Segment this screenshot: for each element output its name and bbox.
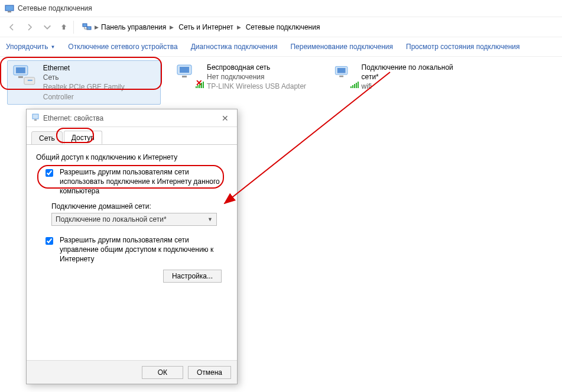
local-icon [333,63,356,86]
svg-rect-5 [16,67,25,73]
tab-access[interactable]: Доступ [64,131,102,144]
svg-rect-6 [18,76,23,78]
dialog-app-icon [31,113,40,123]
organize-label: Упорядочить [6,43,48,51]
svg-rect-13 [339,76,343,77]
combo-value: Подключение по локальной сети* [56,215,167,223]
chevron-right-icon: ▶ [95,24,99,30]
breadcrumb-network-internet[interactable]: Сеть и Интернет▶ [176,21,243,33]
connection-device: TP-LINK Wireless USB Adapter [207,82,306,91]
connection-status: wifi [362,82,456,91]
signal-bars-icon [196,81,204,88]
connection-status: Нет подключения [207,72,306,82]
svg-rect-9 [180,67,189,73]
svg-rect-0 [5,5,14,11]
address-bar[interactable]: ▶ Панель управления▶ Сеть и Интернет▶ Се… [79,20,410,35]
svg-rect-10 [182,76,187,77]
dialog-tabs: Сеть Доступ [27,129,237,145]
cancel-button[interactable]: Отмена [188,366,231,379]
ok-button[interactable]: ОК [142,366,183,379]
signal-bars-icon [350,81,359,88]
connection-local[interactable]: Подключение по локальной сети* wifi [330,60,460,94]
tab-network[interactable]: Сеть [31,131,63,145]
dialog-footer: ОК Отмена [27,360,237,384]
navbar: ▶ Панель управления▶ Сеть и Интернет▶ Се… [0,17,562,37]
connection-wireless[interactable]: ✕ Беспроводная сеть Нет подключения TP-L… [171,60,319,94]
home-network-combo[interactable]: Подключение по локальной сети* ▼ [51,213,217,226]
dialog-body: Общий доступ к подключению к Интернету Р… [27,145,237,287]
breadcrumb-label: Сеть и Интернет [178,23,233,31]
breadcrumb-network-connections[interactable]: Сетевые подключения [243,21,323,33]
connection-ethernet[interactable]: Ethernet Сеть Realtek PCIe GBE Family Co… [7,60,161,105]
connection-text: Беспроводная сеть Нет подключения TP-LIN… [207,63,306,92]
breadcrumb-control-panel[interactable]: Панель управления▶ [99,21,176,33]
dialog-titlebar: Ethernet: свойства ✕ [27,109,237,127]
svg-rect-1 [8,11,11,12]
dialog-title: Ethernet: свойства [43,114,103,122]
home-network-label: Подключение домашней сети: [51,202,228,210]
connection-name: Подключение по локальной сети* [362,63,456,82]
content-area: Ethernet Сеть Realtek PCIe GBE Family Co… [0,57,562,108]
group-title-ics: Общий доступ к подключению к Интернету [36,153,228,161]
chevron-right-icon: ▶ [170,24,174,30]
checkbox-allow-control-input[interactable] [46,237,53,245]
svg-rect-14 [33,114,38,119]
checkbox-allow-control[interactable]: Разрешить другим пользователям сети упра… [43,235,220,264]
connections-row: Ethernet Сеть Realtek PCIe GBE Family Co… [7,60,555,105]
up-button[interactable] [57,19,71,35]
close-button[interactable]: ✕ [218,112,232,124]
wireless-icon: ✕ [175,63,201,86]
app-icon [5,4,14,13]
ethernet-icon [11,63,37,87]
organize-menu[interactable]: Упорядочить ▼ [6,43,55,51]
chevron-down-icon: ▼ [207,216,213,222]
titlebar: Сетевые подключения [0,0,562,17]
breadcrumb-label: Панель управления [101,23,166,31]
window-title: Сетевые подключения [18,4,92,12]
chevron-right-icon: ▶ [237,24,241,30]
breadcrumb-label: Сетевые подключения [246,23,320,31]
checkbox-allow-control-label: Разрешить другим пользователям сети упра… [60,235,220,264]
checkbox-allow-sharing-label: Разрешить другим пользователям сети испо… [60,167,220,196]
rename-link[interactable]: Переименование подключения [290,43,393,51]
checkbox-allow-sharing-input[interactable] [46,169,53,177]
command-bar: Упорядочить ▼ Отключение сетевого устрой… [0,37,562,57]
separator [73,21,74,34]
chevron-down-icon: ▼ [50,44,55,50]
svg-rect-2 [83,24,87,27]
connection-name: Ethernet [43,63,157,73]
connection-text: Подключение по локальной сети* wifi [362,63,456,92]
view-status-link[interactable]: Просмотр состояния подключения [406,43,519,51]
forward-button[interactable] [21,19,38,35]
connection-name: Беспроводная сеть [207,63,306,72]
recent-locations-button[interactable] [39,19,56,35]
network-icon [82,22,92,33]
connection-status: Сеть [43,73,157,82]
back-button[interactable] [4,19,20,35]
checkbox-allow-sharing[interactable]: Разрешить другим пользователям сети испо… [43,167,220,196]
svg-rect-15 [34,119,37,121]
diagnose-link[interactable]: Диагностика подключения [191,43,278,51]
connection-text: Ethernet Сеть Realtek PCIe GBE Family Co… [43,63,157,102]
connection-device: Realtek PCIe GBE Family Controller [43,82,157,101]
properties-dialog: Ethernet: свойства ✕ Сеть Доступ Общий д… [26,109,238,384]
settings-button[interactable]: Настройка... [163,270,222,283]
svg-rect-12 [337,68,346,73]
disable-device-link[interactable]: Отключение сетевого устройства [68,43,177,51]
